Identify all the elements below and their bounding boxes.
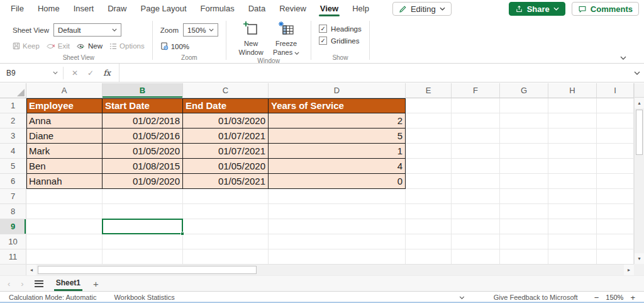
cell-C2[interactable]: 01/03/2020: [183, 113, 269, 129]
workbook-statistics-status[interactable]: Workbook Statistics: [114, 294, 174, 301]
scroll-up-arrow-icon[interactable]: ▴: [635, 98, 644, 108]
enter-icon[interactable]: ✓: [87, 69, 94, 77]
zoom-level[interactable]: 150%: [606, 294, 623, 301]
cell-F10[interactable]: [452, 234, 500, 249]
cell-C11[interactable]: [183, 249, 269, 265]
cell-D10[interactable]: [269, 234, 406, 249]
cell-E11[interactable]: [406, 249, 452, 265]
cell-F5[interactable]: [452, 159, 500, 174]
cell-G9[interactable]: [500, 219, 548, 234]
cell-C9[interactable]: [183, 219, 269, 234]
cell-F9[interactable]: [452, 219, 500, 234]
cell-B4[interactable]: 01/05/2020: [103, 144, 183, 159]
cell-A6[interactable]: Hannah: [26, 174, 103, 189]
cell-G6[interactable]: [500, 174, 548, 189]
row-header-10[interactable]: 10: [0, 234, 26, 249]
tab-home[interactable]: Home: [31, 0, 67, 18]
sheet-view-options-button[interactable]: Options: [109, 42, 145, 50]
row-header-8[interactable]: 8: [0, 204, 26, 219]
column-header-A[interactable]: A: [26, 83, 103, 98]
sheet-view-dropdown[interactable]: Default: [53, 23, 121, 37]
cell-F8[interactable]: [452, 204, 500, 219]
scroll-left-arrow-icon[interactable]: ◂: [26, 265, 36, 275]
cell-I2[interactable]: [597, 113, 634, 129]
cell-A7[interactable]: [26, 189, 103, 204]
cell-E4[interactable]: [406, 144, 452, 159]
next-sheet-icon[interactable]: ›: [21, 279, 23, 289]
cell-I10[interactable]: [597, 234, 634, 249]
cell-D1[interactable]: Years of Service: [269, 98, 406, 113]
cell-H7[interactable]: [548, 189, 597, 204]
comments-button[interactable]: Comments: [572, 2, 639, 16]
row-header-4[interactable]: 4: [0, 144, 26, 159]
scroll-down-arrow-icon[interactable]: ▾: [635, 253, 644, 264]
share-button[interactable]: Share: [509, 2, 565, 16]
cell-I3[interactable]: [597, 129, 634, 144]
cell-C6[interactable]: 01/05/2021: [183, 174, 269, 189]
cell-I8[interactable]: [597, 204, 634, 219]
cell-D6[interactable]: 0: [269, 174, 406, 189]
cell-H2[interactable]: [548, 113, 597, 129]
cell-B3[interactable]: 01/05/2016: [103, 129, 183, 144]
cell-E9[interactable]: [406, 219, 452, 234]
select-all-corner[interactable]: [0, 83, 26, 98]
cancel-icon[interactable]: ✕: [72, 69, 78, 77]
cell-H9[interactable]: [548, 219, 597, 234]
cell-D5[interactable]: 4: [269, 159, 406, 174]
cell-F3[interactable]: [452, 129, 500, 144]
cell-C7[interactable]: [183, 189, 269, 204]
cell-I9[interactable]: [597, 219, 634, 234]
previous-sheet-icon[interactable]: ‹: [8, 279, 10, 289]
zoom-dropdown[interactable]: 150%: [183, 23, 218, 37]
cell-C5[interactable]: 01/05/2020: [183, 159, 269, 174]
cell-H11[interactable]: [548, 249, 597, 265]
cell-H5[interactable]: [548, 159, 597, 174]
column-header-F[interactable]: F: [452, 83, 500, 98]
name-box[interactable]: B9: [0, 64, 63, 82]
cell-D4[interactable]: 1: [269, 144, 406, 159]
cell-A8[interactable]: [26, 204, 103, 219]
cell-G5[interactable]: [500, 159, 548, 174]
cell-E3[interactable]: [406, 129, 452, 144]
column-header-C[interactable]: C: [183, 83, 269, 98]
row-header-11[interactable]: 11: [0, 249, 26, 265]
cell-A10[interactable]: [26, 234, 103, 249]
cell-H4[interactable]: [548, 144, 597, 159]
insert-function-icon[interactable]: fx: [103, 68, 111, 77]
cell-A3[interactable]: Diane: [26, 129, 103, 144]
zoom-in-icon[interactable]: +: [630, 293, 635, 302]
calculation-mode-status[interactable]: Calculation Mode: Automatic: [9, 294, 96, 301]
horizontal-scrollbar[interactable]: ◂ ▸: [0, 264, 634, 275]
cell-G2[interactable]: [500, 113, 548, 129]
headings-checkbox[interactable]: ✓ Headings: [319, 25, 362, 33]
cell-G4[interactable]: [500, 144, 548, 159]
cell-I11[interactable]: [597, 249, 634, 265]
cell-F2[interactable]: [452, 113, 500, 129]
zoom-100-button[interactable]: 100%: [160, 42, 189, 50]
new-window-button[interactable]: New Window: [234, 21, 268, 57]
column-header-D[interactable]: D: [269, 83, 406, 98]
cell-H1[interactable]: [548, 98, 597, 113]
cell-G7[interactable]: [500, 189, 548, 204]
cell-H10[interactable]: [548, 234, 597, 249]
status-bar-chevron-icon[interactable]: [459, 296, 465, 299]
cell-I4[interactable]: [597, 144, 634, 159]
cell-C4[interactable]: 01/07/2021: [183, 144, 269, 159]
editing-mode-dropdown[interactable]: Editing: [392, 2, 452, 16]
cell-G8[interactable]: [500, 204, 548, 219]
expand-formula-bar-chevron-icon[interactable]: [630, 71, 644, 75]
tab-formulas[interactable]: Formulas: [194, 0, 242, 18]
cell-F6[interactable]: [452, 174, 500, 189]
cell-I1[interactable]: [597, 98, 634, 113]
cell-C3[interactable]: 01/07/2021: [183, 129, 269, 144]
cell-C1[interactable]: End Date: [183, 98, 269, 113]
cell-G1[interactable]: [500, 98, 548, 113]
cell-A4[interactable]: Mark: [26, 144, 103, 159]
vertical-scrollbar-track[interactable]: [635, 156, 644, 253]
cell-D9[interactable]: [269, 219, 406, 234]
add-sheet-button[interactable]: +: [93, 278, 99, 289]
cell-D11[interactable]: [269, 249, 406, 265]
cell-D3[interactable]: 5: [269, 129, 406, 144]
sheet-tab-sheet1[interactable]: Sheet1: [54, 276, 82, 292]
new-sheet-view-button[interactable]: New: [77, 42, 103, 50]
